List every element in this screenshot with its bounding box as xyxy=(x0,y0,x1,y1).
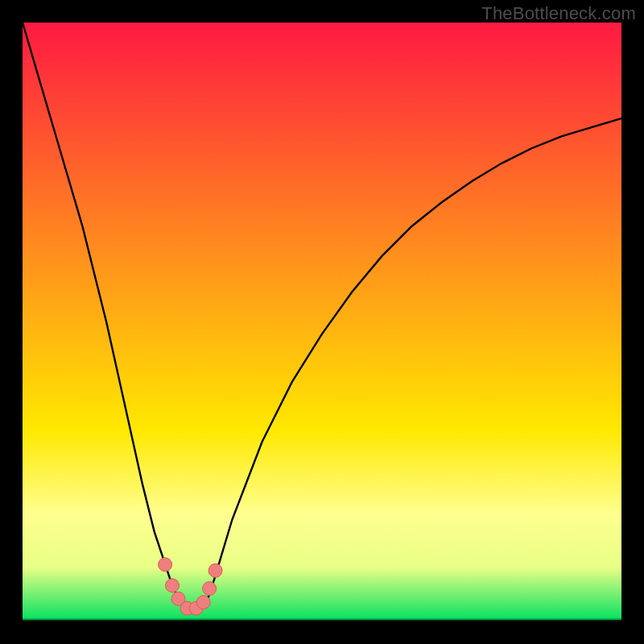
floor-shadow xyxy=(23,620,621,621)
marker-dot xyxy=(196,596,210,609)
marker-dot xyxy=(203,582,217,596)
chart-svg xyxy=(23,23,621,621)
gradient-background xyxy=(23,23,621,621)
marker-dot xyxy=(166,579,180,592)
marker-dot xyxy=(159,558,172,572)
marker-dot xyxy=(208,564,222,577)
chart-frame: TheBottleneck.com xyxy=(0,0,644,644)
plot-area xyxy=(23,23,621,621)
watermark-text: TheBottleneck.com xyxy=(481,3,636,24)
